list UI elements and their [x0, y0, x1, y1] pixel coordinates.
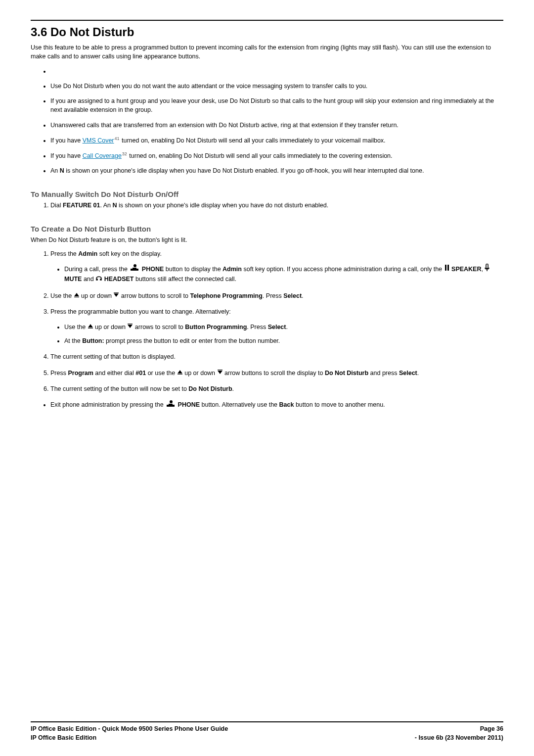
create-steps: Press the Admin soft key on the display.…	[31, 249, 503, 393]
text: .	[286, 324, 288, 331]
text: turned on, enabling Do Not Disturb will …	[128, 152, 393, 159]
text: and either dial	[93, 370, 135, 377]
button-programming: Button Programming	[185, 324, 247, 331]
select-key: Select	[283, 292, 302, 299]
feature-code: FEATURE 01	[63, 202, 100, 209]
telephone-programming: Telephone Programming	[190, 292, 263, 299]
create-step-3a: Use the up or down arrows to scroll to B…	[64, 323, 503, 332]
text: Press the	[50, 250, 78, 257]
manual-steps: Dial FEATURE 01. An N is shown on your p…	[31, 201, 503, 210]
feature-bullet: Unanswered calls that are transferred fr…	[50, 121, 503, 130]
do-not-disturb: Do Not Disturb	[188, 385, 232, 392]
button-prompt: Button:	[82, 337, 104, 344]
feature-bullet: If you are assigned to a hunt group and …	[50, 96, 503, 114]
text: .	[417, 370, 419, 377]
n-letter: N	[60, 167, 64, 174]
call-coverage-link[interactable]: Call Coverage	[83, 152, 122, 159]
footer-row-1: IP Office Basic Edition - Quick Mode 950…	[31, 724, 503, 733]
create-button-note: When Do Not Disturb feature is on, the b…	[31, 236, 503, 244]
speaker-label: SPEAKER	[451, 266, 481, 273]
text: .	[232, 385, 234, 392]
feature-bullet-vms: If you have VMS Cover41 turned on, enabl…	[50, 136, 503, 145]
admin-key: Admin	[78, 250, 97, 257]
text: Press the programmable button you want t…	[50, 308, 231, 315]
phone-icon	[165, 400, 176, 410]
text: .	[302, 292, 303, 299]
text: is shown on your phone's idle display wh…	[117, 202, 329, 209]
phone-icon	[129, 264, 140, 274]
feature-bullet-empty	[50, 67, 503, 76]
top-rule	[31, 20, 503, 21]
text: Use the	[50, 292, 74, 299]
svg-rect-4	[88, 328, 93, 329]
text: At the	[64, 337, 82, 344]
exit-bullet: Exit phone administration by pressing th…	[50, 400, 503, 410]
create-step-3b: At the Button: prompt press the button t…	[64, 336, 503, 345]
svg-rect-0	[445, 265, 446, 271]
exit-note: Exit phone administration by pressing th…	[31, 400, 503, 410]
footer-row-2: IP Office Basic Edition - Issue 6b (23 N…	[31, 733, 503, 742]
manual-switch-section: To Manually Switch Do Not Disturb On/Off…	[31, 189, 503, 210]
down-arrow-icon	[113, 291, 119, 300]
do-not-disturb: Do Not Disturb	[325, 370, 368, 377]
vms-cover-link[interactable]: VMS Cover	[83, 137, 114, 144]
create-button-section: To Create a Do Not Disturb Button When D…	[31, 224, 503, 410]
n-letter: N	[113, 202, 117, 209]
svg-rect-3	[114, 292, 119, 293]
select-key: Select	[268, 324, 286, 331]
down-arrow-icon	[217, 368, 223, 377]
text: and press	[368, 370, 399, 377]
footer-right-1: Page 36	[480, 724, 503, 733]
text: or use the	[146, 370, 177, 377]
footer-left-1: IP Office Basic Edition - Quick Mode 950…	[31, 724, 228, 733]
admin-key: Admin	[222, 266, 242, 273]
feature-bullet-call-coverage: If you have Call Coverage32 turned on, e…	[50, 151, 503, 160]
text: Exit phone administration by pressing th…	[50, 401, 165, 408]
text: . Press	[263, 292, 283, 299]
create-step-1a: During a call, press the PHONE button to…	[64, 264, 503, 284]
svg-rect-2	[74, 297, 79, 297]
feature-bullets: Use Do Not Disturb when you do not want …	[31, 67, 503, 175]
create-step-1-sub: During a call, press the PHONE button to…	[50, 264, 503, 284]
manual-switch-heading: To Manually Switch Do Not Disturb On/Off	[31, 189, 503, 200]
text: up or down	[81, 292, 113, 299]
text: If you have	[50, 152, 83, 159]
text: button. Alternatively use the	[202, 401, 279, 408]
create-button-heading: To Create a Do Not Disturb Button	[31, 224, 503, 235]
text: The current setting of the button will n…	[50, 385, 188, 392]
up-arrow-icon	[177, 368, 183, 377]
feature-bullet: Use Do Not Disturb when you do not want …	[50, 82, 503, 91]
text: and	[82, 276, 95, 283]
text: prompt press the button to edit or enter…	[104, 337, 280, 344]
text: If you have	[50, 137, 83, 144]
up-arrow-icon	[74, 291, 80, 300]
page-ref: 32	[122, 151, 128, 156]
headset-icon	[95, 275, 102, 284]
text: . An	[100, 202, 113, 209]
create-step-3: Press the programmable button you want t…	[50, 307, 503, 345]
program-key: Program	[68, 370, 93, 377]
text: arrow buttons to scroll the display to	[224, 370, 325, 377]
back-key: Back	[279, 401, 294, 408]
text: soft key option. If you access phone adm…	[242, 266, 444, 273]
phone-label: PHONE	[142, 266, 164, 273]
svg-rect-6	[178, 374, 182, 375]
select-key: Select	[399, 370, 417, 377]
svg-rect-7	[218, 370, 222, 370]
text: Use the	[64, 324, 88, 331]
text: button to move to another menu.	[294, 401, 385, 408]
speaker-icon	[444, 264, 450, 274]
text: button to display the	[166, 266, 222, 273]
text: . Press	[247, 324, 267, 331]
text: soft key on the display.	[97, 250, 162, 257]
text: arrows to scroll to	[135, 324, 185, 331]
create-step-5: Press Program and either dial #01 or use…	[50, 369, 503, 378]
mute-icon	[485, 264, 490, 274]
page-footer: IP Office Basic Edition - Quick Mode 950…	[31, 721, 503, 742]
create-step-3-sub: Use the up or down arrows to scroll to B…	[50, 323, 503, 346]
create-step-6: The current setting of the button will n…	[50, 384, 503, 393]
text: up or down	[95, 324, 127, 331]
text: turned on, enabling Do Not Disturb will …	[120, 137, 386, 144]
text: buttons still affect the connected call.	[134, 276, 236, 283]
section-heading: 3.6 Do Not Disturb	[31, 24, 503, 41]
